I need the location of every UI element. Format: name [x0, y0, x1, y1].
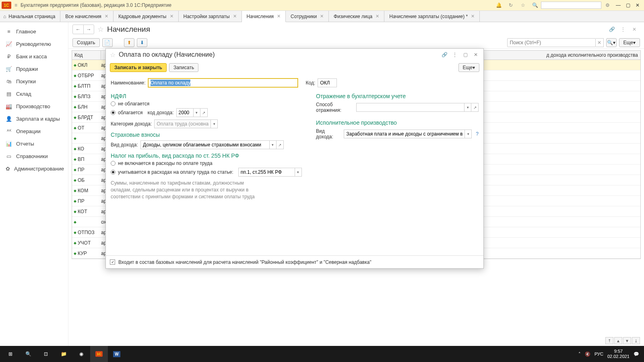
- maximize-button[interactable]: ▢: [625, 2, 631, 8]
- tab-0[interactable]: Все начисления✕: [60, 11, 114, 22]
- tab-label: Кадровые документы: [118, 14, 167, 19]
- settings-icon[interactable]: ⚙: [604, 2, 611, 9]
- minimize-button[interactable]: —: [615, 2, 621, 8]
- tab-4[interactable]: Сотрудники✕: [286, 11, 329, 22]
- tab-label: Начисления: [247, 14, 274, 19]
- tab-close-icon[interactable]: ✕: [376, 14, 379, 19]
- app-title: Бухгалтерия предприятия (базовая), редак…: [21, 2, 171, 8]
- tab-close-icon[interactable]: ✕: [233, 14, 237, 19]
- tab-home[interactable]: ⌂ Начальная страница: [0, 11, 60, 22]
- tab-close-icon[interactable]: ✕: [471, 14, 475, 19]
- menu-burger-icon[interactable]: ≡: [14, 2, 17, 8]
- global-search-input[interactable]: [541, 2, 601, 9]
- tab-label: Настройки зарплаты: [184, 14, 230, 19]
- tab-label: Начисление зарплаты (создание) *: [389, 14, 468, 19]
- tab-label: Физические лица: [334, 14, 372, 19]
- tab-label: Сотрудники: [291, 14, 317, 19]
- tab-close-icon[interactable]: ✕: [277, 14, 281, 19]
- search-icon[interactable]: 🔍: [531, 2, 539, 9]
- tab-2[interactable]: Настройки зарплаты✕: [179, 11, 242, 22]
- tab-6[interactable]: Начисление зарплаты (создание) *✕: [384, 11, 480, 22]
- tab-3[interactable]: Начисления✕: [242, 11, 286, 22]
- star-icon[interactable]: ☆: [519, 2, 526, 9]
- tab-1[interactable]: Кадровые документы✕: [114, 11, 179, 22]
- tab-close-icon[interactable]: ✕: [320, 14, 324, 19]
- tab-label: Все начисления: [65, 14, 101, 19]
- tab-5[interactable]: Физические лица✕: [329, 11, 384, 22]
- app-logo: 1С: [2, 2, 11, 9]
- tab-label: Начальная страница: [8, 14, 55, 19]
- document-tabs: ⌂ Начальная страница Все начисления✕Кадр…: [0, 11, 644, 22]
- tab-close-icon[interactable]: ✕: [170, 14, 173, 19]
- bell-icon[interactable]: 🔔: [495, 2, 502, 9]
- title-bar: 1С ≡ Бухгалтерия предприятия (базовая), …: [0, 0, 644, 11]
- tab-close-icon[interactable]: ✕: [105, 14, 108, 19]
- close-button[interactable]: ✕: [634, 2, 641, 8]
- history-icon[interactable]: ↻: [507, 2, 514, 9]
- home-icon: ⌂: [3, 14, 6, 19]
